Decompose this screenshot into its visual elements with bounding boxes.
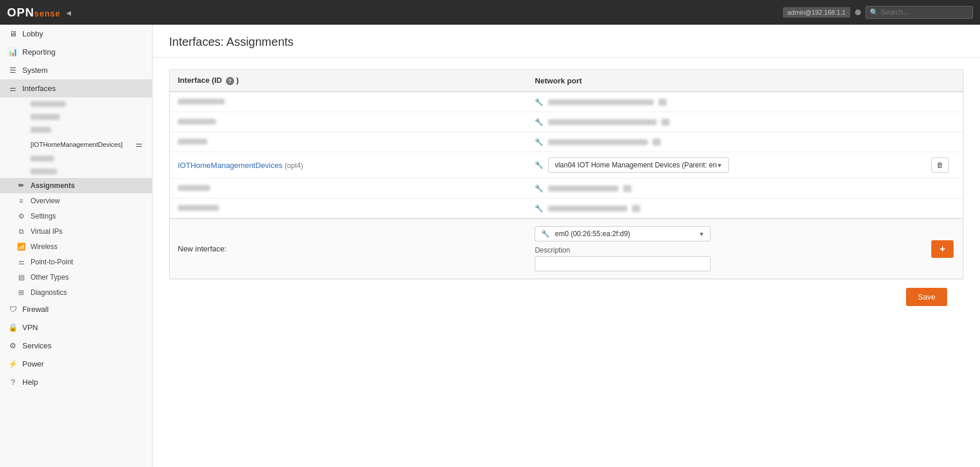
table-cell-action-5 <box>923 179 963 199</box>
topbar: OPNsense ◂ admin@192.168.1.1 🔍 <box>0 0 980 25</box>
sidebar-item-overview[interactable]: ≡ Overview <box>0 193 152 209</box>
page-title: Interfaces: Assignments <box>169 35 964 49</box>
iot-opt-text: (opt4) <box>285 162 303 170</box>
sidebar-item-diagnostics[interactable]: ⊞ Diagnostics <box>0 285 152 300</box>
sidebar-label-help: Help <box>22 378 144 387</box>
sidebar: 🖥 Lobby 📊 Reporting ☰ System ⚌ Interface… <box>0 25 153 467</box>
dropdown-arrow-iot: ▼ <box>717 162 722 169</box>
blurred-interface-6 <box>178 205 219 211</box>
table-cell-action-1 <box>923 92 963 112</box>
new-interface-row: New interface: 🔧 em0 (00:26:55:ea:2f:d9) <box>170 219 963 278</box>
search-input[interactable] <box>881 8 969 16</box>
save-button[interactable]: Save <box>906 288 947 306</box>
sidebar-subitem-blurred-5[interactable] <box>0 165 152 178</box>
sidebar-item-vpn[interactable]: 🔒 VPN <box>0 318 152 337</box>
delete-button-iot[interactable]: 🗑 <box>931 157 949 173</box>
sidebar-item-iot[interactable]: [IOTHomeManagementDevices] ⚌ <box>0 136 152 152</box>
table-cell-action-3 <box>923 132 963 152</box>
plug-icon: 🔧 <box>541 230 550 238</box>
collapse-button[interactable]: ◂ <box>66 7 71 18</box>
table-cell-network-blurred-1: 🔧 <box>526 92 923 112</box>
table-row-iot: IOTHomeManagementDevices (opt4) 🔧 vlan04… <box>170 152 963 179</box>
sidebar-subitem-blurred-4[interactable] <box>0 152 152 165</box>
sidebar-item-settings[interactable]: ⚙ Settings <box>0 209 152 224</box>
table-cell-interface-blurred-5 <box>170 179 526 199</box>
sidebar-item-system[interactable]: ☰ System <box>0 61 152 79</box>
user-label: admin@192.168.1.1 <box>783 7 850 18</box>
sidebar-item-services[interactable]: ⚙ Services <box>0 337 152 355</box>
settings-icon: ⚙ <box>16 212 26 220</box>
sidebar-item-virtual-ips[interactable]: ⧉ Virtual IPs <box>0 224 152 239</box>
sidebar-item-interfaces[interactable]: ⚌ Interfaces <box>0 79 152 98</box>
port-icon-3: 🔧 <box>535 138 543 146</box>
table-cell-network-blurred-6: 🔧 <box>526 199 923 219</box>
port-icon-1: 🔧 <box>535 98 543 106</box>
blurred-text-2 <box>31 114 60 120</box>
add-interface-button[interactable]: + <box>931 240 953 258</box>
firewall-icon: 🛡 <box>8 305 18 314</box>
sidebar-item-other-types[interactable]: ▤ Other Types <box>0 270 152 285</box>
table-cell-action-2 <box>923 112 963 132</box>
sidebar-label-power: Power <box>22 360 144 368</box>
table-cell-network-blurred-3: 🔧 <box>526 132 923 152</box>
virtual-ips-icon: ⧉ <box>16 227 26 236</box>
new-interface-label: New interface: <box>178 244 227 253</box>
search-bar[interactable]: 🔍 <box>866 6 973 19</box>
sidebar-label-lobby: Lobby <box>22 29 144 38</box>
help-icon: ? <box>8 378 18 387</box>
logo: OPNsense <box>7 6 60 19</box>
new-interface-dropdown-arrow: ▼ <box>698 231 704 237</box>
sidebar-item-reporting[interactable]: 📊 Reporting <box>0 43 152 61</box>
sidebar-item-help[interactable]: ? Help <box>0 373 152 391</box>
new-interface-dropdown-value: 🔧 em0 (00:26:55:ea:2f:d9) <box>541 230 630 238</box>
sidebar-label-interfaces: Interfaces <box>22 84 144 93</box>
sidebar-label-virtual-ips: Virtual IPs <box>31 227 62 236</box>
blurred-caret-5 <box>623 185 631 192</box>
new-interface-dropdown[interactable]: 🔧 em0 (00:26:55:ea:2f:d9) ▼ <box>535 226 711 241</box>
content-area: Interface (ID ? ) Network port <box>153 58 980 326</box>
sidebar-item-lobby[interactable]: 🖥 Lobby <box>0 25 152 43</box>
interfaces-icon: ⚌ <box>8 84 18 93</box>
col-header-action <box>923 70 963 92</box>
iot-interface-link[interactable]: IOTHomeManagementDevices <box>178 161 282 170</box>
blurred-caret-3 <box>653 139 661 146</box>
blurred-text-1 <box>31 101 66 107</box>
sidebar-item-firewall[interactable]: 🛡 Firewall <box>0 300 152 318</box>
network-port-dropdown-iot[interactable]: vlan04 IOT Home Management Devices (Pare… <box>548 157 729 173</box>
table-row: 🔧 <box>170 112 963 132</box>
blurred-interface-5 <box>178 185 210 191</box>
col-header-interface: Interface (ID ? ) <box>170 70 526 92</box>
new-interface-controls-cell: 🔧 em0 (00:26:55:ea:2f:d9) ▼ Description <box>526 219 923 278</box>
sidebar-label-reporting: Reporting <box>22 48 144 56</box>
blurred-text-3 <box>31 127 51 133</box>
new-interface-dropdown-row: 🔧 em0 (00:26:55:ea:2f:d9) ▼ <box>535 226 915 241</box>
sidebar-subitem-blurred-1[interactable] <box>0 98 152 110</box>
description-label: Description <box>535 246 915 254</box>
sidebar-label-wireless: Wireless <box>31 243 58 251</box>
wireless-icon: 📶 <box>16 243 26 251</box>
sidebar-label-other-types: Other Types <box>31 273 69 281</box>
blurred-text-4 <box>31 156 54 162</box>
sidebar-subitem-blurred-2[interactable] <box>0 110 152 123</box>
description-input[interactable] <box>535 256 711 271</box>
reporting-icon: 📊 <box>8 48 18 56</box>
sidebar-item-wireless[interactable]: 📶 Wireless <box>0 239 152 254</box>
diagnostics-icon: ⊞ <box>16 288 26 297</box>
info-icon[interactable]: ? <box>226 77 234 85</box>
sidebar-item-power[interactable]: ⚡ Power <box>0 355 152 373</box>
system-icon: ☰ <box>8 66 18 75</box>
table-cell-interface-iot: IOTHomeManagementDevices (opt4) <box>170 152 526 179</box>
ptp-icon: ⚌ <box>16 258 26 266</box>
table-header: Interface (ID ? ) Network port <box>170 70 963 92</box>
table-row: 🔧 <box>170 199 963 219</box>
status-dot <box>855 9 861 15</box>
sidebar-item-ptp[interactable]: ⚌ Point-to-Point <box>0 254 152 270</box>
table-cell-interface-blurred-1 <box>170 92 526 112</box>
lobby-icon: 🖥 <box>8 29 18 38</box>
blurred-network-5 <box>548 186 619 191</box>
sidebar-item-assignments[interactable]: ✏ Assignments <box>0 178 152 193</box>
table-cell-network-blurred-5: 🔧 <box>526 179 923 199</box>
topbar-right: admin@192.168.1.1 🔍 <box>783 6 973 19</box>
save-footer: Save <box>169 279 964 314</box>
sidebar-subitem-blurred-3[interactable] <box>0 123 152 136</box>
